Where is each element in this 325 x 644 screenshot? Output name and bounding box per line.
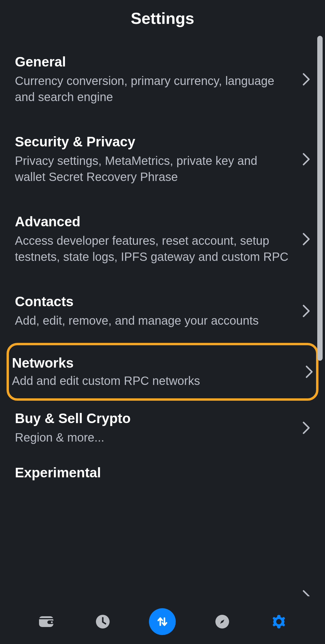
row-desc: Currency conversion, primary currency, l… [15,73,290,105]
gear-icon [271,614,287,630]
tab-settings[interactable] [268,611,289,632]
chevron-right-icon [302,73,310,86]
chevron-right-icon [302,153,310,166]
page-title: Settings [0,9,325,27]
swap-icon [155,614,170,629]
row-title: Contacts [15,293,290,309]
tab-activity[interactable] [92,611,113,632]
settings-row-security[interactable]: Security & Privacy Privacy settings, Met… [12,119,313,199]
svg-point-2 [51,621,53,623]
settings-row-advanced[interactable]: Advanced Access developer features, rese… [12,199,313,279]
chevron-right-icon [302,233,310,246]
settings-row-networks[interactable]: Networks Add and edit custom RPC network… [7,343,318,401]
chevron-right-icon [305,365,313,378]
scrollbar[interactable] [317,36,323,361]
row-title: Security & Privacy [15,134,290,150]
chevron-right-icon [302,590,310,597]
svg-rect-1 [47,620,54,624]
tab-swap[interactable] [149,608,176,635]
settings-row-buy-sell[interactable]: Buy & Sell Crypto Region & more... [12,401,313,455]
row-title: Advanced [15,213,290,230]
tab-wallet[interactable] [36,611,57,632]
row-desc: Access developer features, reset account… [15,233,290,265]
clock-icon [95,614,110,629]
chevron-right-icon [302,304,310,318]
row-title: Buy & Sell Crypto [15,410,290,426]
svg-point-6 [276,619,282,624]
row-desc: Add, edit, remove, and manage your accou… [15,312,290,329]
row-title: Networks [12,355,293,371]
row-title: Experimental [15,465,298,481]
settings-row-contacts[interactable]: Contacts Add, edit, remove, and manage y… [12,279,313,343]
settings-list: General Currency conversion, primary cur… [0,39,325,644]
bottom-tabbar [0,599,325,644]
row-desc: Region & more... [15,429,290,445]
svg-rect-3 [39,618,53,619]
row-title: General [15,54,290,70]
row-desc: Add and edit custom RPC networks [12,373,293,389]
wallet-icon [38,615,54,628]
header: Settings [0,0,325,39]
settings-row-general[interactable]: General Currency conversion, primary cur… [12,39,313,119]
settings-row-experimental[interactable]: Experimental [12,455,313,493]
tab-browser[interactable] [212,611,233,632]
chevron-right-icon [302,421,310,434]
compass-icon [215,614,230,629]
row-desc: Privacy settings, MetaMetrics, private k… [15,153,290,185]
